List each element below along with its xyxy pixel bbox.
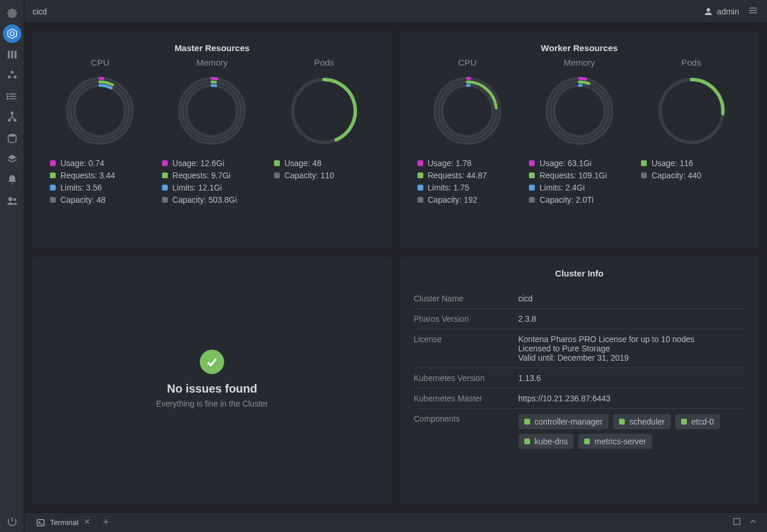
legend-row: Limits: 2.4Gi bbox=[529, 183, 607, 192]
svg-point-15 bbox=[8, 119, 10, 121]
master-resources-panel: Master ResourcesCPUUsage: 0.74Requests: … bbox=[33, 31, 392, 249]
legend-text: Usage: 48 bbox=[285, 159, 322, 168]
gauge-label: Memory bbox=[564, 57, 595, 67]
svg-point-14 bbox=[11, 112, 13, 114]
svg-point-33 bbox=[442, 85, 493, 136]
svg-point-27 bbox=[179, 78, 244, 143]
terminal-tab-label: Terminal bbox=[50, 518, 78, 527]
legend-swatch bbox=[162, 185, 168, 190]
info-row: Kubernetes Version1.13.6 bbox=[414, 368, 746, 389]
legend-row: Capacity: 192 bbox=[417, 195, 487, 204]
svg-point-19 bbox=[13, 198, 16, 201]
svg-rect-2 bbox=[8, 51, 9, 58]
nav-cluster-icon[interactable] bbox=[0, 23, 24, 44]
breadcrumb[interactable]: cicd bbox=[33, 7, 47, 16]
component-name: controller-manager bbox=[535, 417, 603, 426]
nav-nodes-icon[interactable] bbox=[0, 44, 24, 65]
legend-swatch bbox=[162, 197, 168, 203]
legend-text: Capacity: 110 bbox=[285, 171, 334, 180]
terminal-tab[interactable]: Terminal bbox=[30, 513, 97, 532]
component-name: etcd-0 bbox=[692, 417, 714, 426]
fullscreen-icon[interactable] bbox=[729, 517, 745, 528]
legend-swatch bbox=[417, 197, 423, 203]
legend-swatch bbox=[162, 160, 168, 166]
info-row: LicenseKontena Pharos PRO License for up… bbox=[414, 329, 746, 368]
legend-text: Usage: 116 bbox=[651, 159, 693, 168]
component-name: metrics-server bbox=[595, 437, 646, 446]
issues-panel: No issues found Everything is fine in th… bbox=[33, 257, 392, 505]
legend-row: Requests: 44.87 bbox=[417, 171, 487, 180]
legend-row: Usage: 1.78 bbox=[417, 159, 487, 168]
nav-network-icon[interactable] bbox=[0, 107, 24, 128]
legend-text: Capacity: 440 bbox=[651, 171, 701, 180]
nav-layers-icon[interactable] bbox=[0, 149, 24, 170]
svg-rect-42 bbox=[734, 519, 740, 525]
gauge-label: CPU bbox=[91, 57, 110, 67]
panel-title: Master Resources bbox=[46, 43, 378, 53]
svg-point-31 bbox=[435, 78, 500, 143]
legend-swatch bbox=[417, 160, 423, 166]
info-row: Cluster Namecicd bbox=[414, 289, 746, 309]
info-key: Kubernetes Version bbox=[414, 373, 518, 383]
legend-row: Capacity: 440 bbox=[641, 171, 701, 180]
legend-row: Usage: 63.1Gi bbox=[529, 159, 607, 168]
component-chip[interactable]: kube-dns bbox=[518, 434, 574, 449]
legend-text: Capacity: 503.8Gi bbox=[172, 195, 237, 204]
gauge-legend: Usage: 1.78Requests: 44.87Limits: 1.75Ca… bbox=[414, 156, 487, 207]
svg-point-5 bbox=[10, 71, 13, 74]
legend-row: Limits: 12.1Gi bbox=[162, 183, 237, 192]
legend-text: Requests: 109.1Gi bbox=[539, 171, 607, 180]
logo-icon[interactable] bbox=[0, 2, 24, 23]
check-icon bbox=[200, 350, 224, 374]
nav-users-icon[interactable] bbox=[0, 190, 24, 211]
legend-row: Usage: 0.74 bbox=[50, 159, 115, 168]
panel-title: Worker Resources bbox=[414, 43, 746, 53]
component-chip[interactable]: controller-manager bbox=[518, 414, 609, 429]
svg-point-17 bbox=[8, 134, 16, 137]
svg-rect-3 bbox=[11, 51, 13, 58]
legend-text: Capacity: 2.0Ti bbox=[539, 195, 593, 204]
gauge-memory: MemoryUsage: 63.1GiRequests: 109.1GiLimi… bbox=[525, 57, 633, 207]
power-icon[interactable] bbox=[0, 511, 24, 532]
component-chip[interactable]: etcd-0 bbox=[675, 414, 720, 429]
info-value: Kontena Pharos PRO License for up to 10 … bbox=[518, 335, 746, 362]
component-name: scheduler bbox=[629, 417, 665, 426]
nav-workloads-icon[interactable] bbox=[0, 65, 24, 86]
menu-icon[interactable] bbox=[747, 5, 759, 18]
user-menu[interactable]: admin bbox=[703, 6, 739, 17]
legend-swatch bbox=[50, 160, 56, 166]
legend-row: Usage: 116 bbox=[641, 159, 701, 168]
svg-point-25 bbox=[71, 82, 129, 140]
svg-point-16 bbox=[14, 119, 16, 121]
info-key: Pharos Version bbox=[414, 314, 518, 323]
nav-list-icon[interactable] bbox=[0, 86, 24, 107]
user-icon bbox=[703, 6, 714, 17]
svg-point-20 bbox=[707, 8, 710, 12]
svg-point-13 bbox=[6, 98, 8, 99]
legend-swatch bbox=[50, 185, 56, 190]
component-chip[interactable]: metrics-server bbox=[578, 434, 652, 449]
info-row: Pharos Version2.3.8 bbox=[414, 309, 746, 329]
legend-text: Usage: 63.1Gi bbox=[539, 159, 592, 168]
status-dot bbox=[681, 419, 687, 425]
new-tab-button[interactable]: + bbox=[97, 516, 115, 529]
svg-point-11 bbox=[6, 94, 8, 95]
gauge-label: Pods bbox=[314, 57, 334, 67]
svg-point-12 bbox=[6, 96, 8, 97]
gauge-cpu: CPUUsage: 1.78Requests: 44.87Limits: 1.7… bbox=[414, 57, 521, 207]
legend-row: Requests: 9.7Gi bbox=[162, 171, 237, 180]
chevron-up-icon[interactable] bbox=[745, 517, 761, 528]
component-chip[interactable]: scheduler bbox=[613, 414, 671, 429]
info-key: License bbox=[414, 335, 518, 362]
svg-point-18 bbox=[8, 197, 12, 201]
svg-point-35 bbox=[550, 82, 608, 140]
legend-text: Requests: 3.44 bbox=[60, 171, 115, 180]
svg-rect-38 bbox=[37, 519, 44, 526]
close-icon[interactable] bbox=[83, 517, 91, 527]
status-dot bbox=[619, 419, 625, 425]
nav-bell-icon[interactable] bbox=[0, 170, 24, 190]
info-key: Cluster Name bbox=[414, 294, 518, 303]
legend-swatch bbox=[641, 160, 647, 166]
legend-swatch bbox=[641, 172, 647, 178]
nav-storage-icon[interactable] bbox=[0, 128, 24, 149]
